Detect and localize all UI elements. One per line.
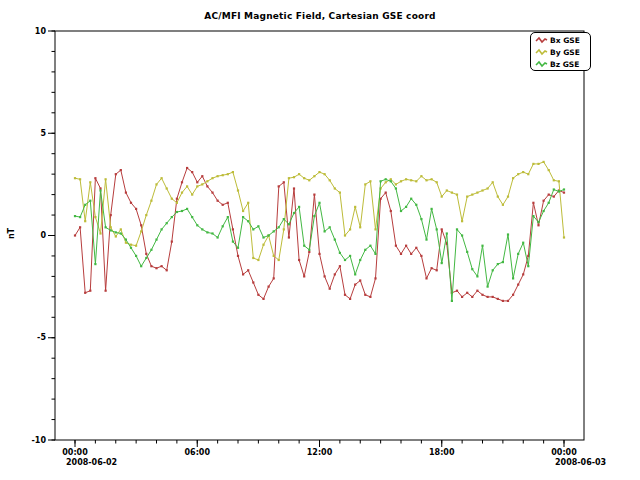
data-point-marker <box>537 221 539 223</box>
data-point-marker <box>349 255 351 257</box>
data-point-marker <box>176 211 178 213</box>
data-point-marker <box>441 196 443 198</box>
data-point-marker <box>420 175 422 177</box>
data-point-marker <box>512 294 514 296</box>
data-point-marker <box>125 239 127 241</box>
data-point-marker <box>369 245 371 247</box>
data-point-marker <box>558 180 560 182</box>
data-point-marker <box>145 214 147 216</box>
data-point-marker <box>150 265 152 267</box>
data-point-marker <box>553 179 555 181</box>
data-point-marker <box>329 226 331 228</box>
data-point-marker <box>451 300 453 302</box>
data-point-marker <box>110 226 112 228</box>
data-point-marker <box>201 175 203 177</box>
y-tick-label: -5 <box>37 333 46 342</box>
data-point-marker <box>334 273 336 275</box>
data-point-marker <box>181 210 183 212</box>
data-point-marker <box>481 189 483 191</box>
data-point-marker <box>135 255 137 257</box>
data-point-marker <box>532 163 534 165</box>
data-point-marker <box>471 268 473 270</box>
data-point-marker <box>201 228 203 230</box>
data-point-marker <box>487 286 489 288</box>
data-point-marker <box>369 180 371 182</box>
data-point-marker <box>227 202 229 204</box>
data-point-marker <box>120 228 122 230</box>
data-point-marker <box>288 223 290 225</box>
data-point-marker <box>446 189 448 191</box>
data-point-marker <box>329 179 331 181</box>
data-point-marker <box>252 228 254 230</box>
series-line-by <box>75 162 564 260</box>
data-point-marker <box>431 178 433 180</box>
data-point-marker <box>364 249 366 251</box>
legend-label-bz: Bz GSE <box>550 60 579 69</box>
data-point-marker <box>278 226 280 228</box>
x-tick-label: 18:00 <box>429 448 455 457</box>
data-point-marker <box>537 163 539 165</box>
data-point-marker <box>232 241 234 243</box>
data-point-marker <box>395 187 397 189</box>
data-point-marker <box>303 177 305 179</box>
data-point-marker <box>339 265 341 267</box>
data-point-marker <box>120 169 122 171</box>
data-point-marker <box>130 202 132 204</box>
data-point-marker <box>517 253 519 255</box>
data-point-marker <box>115 231 117 233</box>
data-point-marker <box>262 244 264 246</box>
data-point-marker <box>471 296 473 298</box>
data-point-marker <box>186 208 188 210</box>
data-point-marker <box>125 192 127 194</box>
data-point-marker <box>532 215 534 217</box>
data-point-marker <box>206 231 208 233</box>
data-point-marker <box>201 183 203 185</box>
data-point-marker <box>400 253 402 255</box>
data-point-marker <box>125 242 127 244</box>
data-point-marker <box>268 286 270 288</box>
data-point-marker <box>303 275 305 277</box>
data-point-marker <box>115 173 117 175</box>
data-point-marker <box>227 216 229 218</box>
data-point-marker <box>308 179 310 181</box>
series-line-bz <box>75 179 564 301</box>
y-tick-label: 5 <box>40 129 46 138</box>
data-point-marker <box>110 229 112 231</box>
data-point-marker <box>105 226 107 228</box>
data-point-marker <box>298 206 300 208</box>
legend-label-bx: Bx GSE <box>550 36 580 45</box>
data-point-marker <box>461 220 463 222</box>
data-point-marker <box>135 245 137 247</box>
data-point-marker <box>242 210 244 212</box>
data-point-marker <box>145 253 147 255</box>
data-point-marker <box>537 224 539 226</box>
data-point-marker <box>298 259 300 261</box>
legend-item-by: By GSE <box>535 47 588 57</box>
data-point-marker <box>79 178 81 180</box>
data-point-marker <box>415 204 417 206</box>
data-point-marker <box>288 177 290 179</box>
data-point-marker <box>89 200 91 202</box>
bx-line-sample-icon <box>535 36 548 44</box>
data-point-marker <box>497 298 499 300</box>
data-point-marker <box>415 180 417 182</box>
data-point-marker <box>262 298 264 300</box>
data-point-marker <box>425 179 427 181</box>
data-point-marker <box>237 189 239 191</box>
data-point-marker <box>186 185 188 187</box>
data-point-marker <box>354 284 356 286</box>
data-point-marker <box>410 198 412 200</box>
data-point-marker <box>150 200 152 202</box>
data-point-marker <box>99 187 101 189</box>
data-point-marker <box>349 228 351 230</box>
data-point-marker <box>273 277 275 279</box>
data-point-marker <box>283 181 285 183</box>
data-point-marker <box>318 202 320 204</box>
data-point-marker <box>145 257 147 259</box>
data-point-marker <box>313 175 315 177</box>
data-point-marker <box>324 230 326 232</box>
data-point-marker <box>405 178 407 180</box>
data-point-marker <box>512 177 514 179</box>
data-point-marker <box>339 252 341 254</box>
data-point-marker <box>476 192 478 194</box>
